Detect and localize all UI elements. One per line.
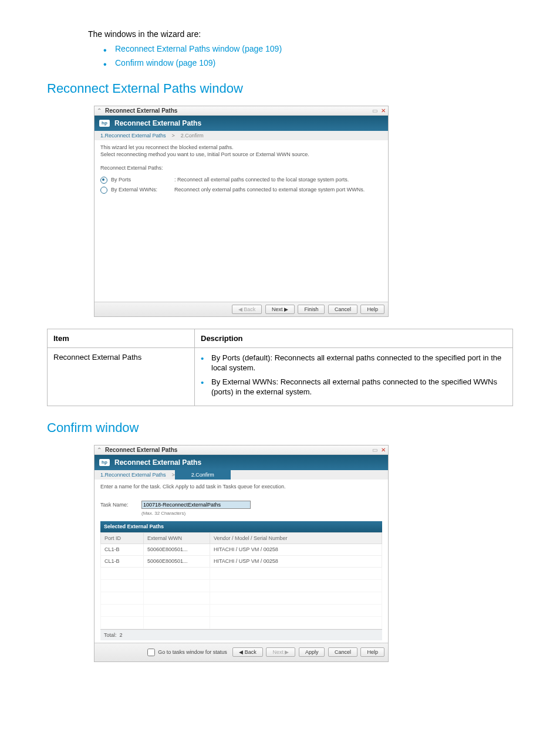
hp-logo-icon: hp [99, 459, 110, 466]
wizard-reconnect: ⌃ Reconnect External Paths ▭ ✕ hp Reconn… [94, 106, 389, 317]
heading-reconnect-window: Reconnect External Paths window [47, 81, 513, 96]
wizard-empty-space [95, 231, 388, 302]
cell: CL1-B [101, 544, 144, 556]
back-button: ◀ Back [232, 305, 262, 314]
col-external-wwn: External WWN [144, 532, 210, 544]
step-2[interactable]: 2.Confirm [175, 131, 210, 140]
wizard-instruction: Enter a name for the task. Click Apply t… [95, 480, 388, 497]
item-description-table: Item Description Reconnect External Path… [47, 329, 513, 406]
instruction-line-2: Select reconnecting method you want to u… [100, 151, 382, 158]
instruction-line-1: This wizard let you reconnect the blocke… [100, 144, 382, 151]
wizard-header-title: Reconnect External Paths [114, 119, 201, 127]
cell: CL1-B [101, 555, 144, 567]
total-label: Total: [104, 632, 117, 638]
cell-item: Reconnect External Paths [48, 347, 195, 406]
task-name-label: Task Name: [100, 501, 141, 509]
col-description: Description [195, 329, 513, 347]
collapse-icon[interactable]: ⌃ [97, 107, 102, 114]
total-value: 2 [120, 632, 123, 638]
col-vendor-model-serial: Vendor / Model / Serial Number [210, 532, 382, 544]
wizard-breadcrumb: 1.Reconnect External Paths > 2.Confirm [95, 131, 388, 140]
checkbox-icon[interactable] [147, 649, 155, 656]
radio-label: By Ports [111, 176, 174, 184]
task-name-input[interactable] [141, 501, 251, 509]
task-name-area: Task Name: (Max. 32 Characters) Selected… [95, 501, 388, 643]
go-to-tasks-checkbox[interactable]: Go to tasks window for status [145, 646, 230, 659]
desc-by-ports: By Ports (default): Reconnects all exter… [201, 353, 507, 373]
cell: HITACHI / USP VM / 00258 [210, 544, 382, 556]
step-2-active[interactable]: 2.Confirm [175, 470, 231, 480]
step-1[interactable]: 1.Reconnect External Paths [95, 131, 172, 140]
radio-label: By External WWNs: [111, 186, 174, 194]
intro-text: The windows in the wizard are: [88, 29, 513, 39]
cell: 50060E800501... [144, 544, 210, 556]
wizard-titlebar[interactable]: ⌃ Reconnect External Paths ▭ ✕ [95, 106, 388, 116]
finish-button[interactable]: Finish [298, 305, 325, 314]
heading-confirm-window: Confirm window [47, 420, 513, 436]
cell: 50060E800501... [144, 555, 210, 567]
close-icon[interactable]: ✕ [381, 447, 386, 453]
table-row[interactable]: CL1-B 50060E800501... HITACHI / USP VM /… [101, 555, 382, 567]
cancel-button[interactable]: Cancel [328, 647, 357, 657]
option-group-label: Reconnect External Paths: [100, 164, 382, 172]
table-total: Total: 2 [100, 629, 382, 641]
next-button[interactable]: Next ▶ [265, 305, 295, 314]
radio-by-wwns[interactable]: By External WWNs: Reconnect only externa… [100, 186, 382, 194]
restore-icon[interactable]: ▭ [372, 447, 377, 453]
wizard-titlebar[interactable]: ⌃ Reconnect External Paths ▭ ✕ [95, 445, 388, 455]
link-confirm-window[interactable]: Confirm window (page 109) [115, 58, 215, 67]
radio-description: : Reconnect all external paths connected… [174, 176, 382, 184]
wizard-breadcrumb: 1.Reconnect External Paths > 2.Confirm [95, 470, 388, 480]
wizard-instructions: This wizard let you reconnect the blocke… [95, 140, 388, 161]
checkbox-label: Go to tasks window for status [158, 649, 227, 655]
help-button[interactable]: Help [360, 647, 384, 657]
step-1[interactable]: 1.Reconnect External Paths [95, 470, 172, 480]
desc-by-wwns: By External WWNs: Reconnects all externa… [201, 377, 507, 397]
wizard-confirm: ⌃ Reconnect External Paths ▭ ✕ hp Reconn… [94, 445, 389, 662]
wizard-header-bar: hp Reconnect External Paths [95, 455, 388, 470]
restore-icon[interactable]: ▭ [372, 107, 377, 114]
col-port-id: Port ID [101, 532, 144, 544]
radio-description: Reconnect only external paths connected … [174, 186, 382, 194]
radio-icon[interactable] [100, 177, 107, 184]
selected-paths-header: Selected External Paths [100, 521, 382, 532]
wizard-footer: Go to tasks window for status ◀ Back Nex… [95, 643, 388, 661]
cell-description: By Ports (default): Reconnects all exter… [195, 347, 513, 406]
close-icon[interactable]: ✕ [381, 107, 386, 114]
link-reconnect-window[interactable]: Reconnect External Paths window (page 10… [115, 44, 282, 53]
selected-paths-table: Port ID External WWN Vendor / Model / Se… [100, 532, 382, 629]
help-button[interactable]: Help [360, 305, 384, 314]
radio-icon[interactable] [100, 187, 107, 194]
wizard-footer: ◀ Back Next ▶ Finish Cancel Help [95, 302, 388, 316]
collapse-icon[interactable]: ⌃ [97, 447, 102, 453]
cancel-button[interactable]: Cancel [328, 305, 357, 314]
back-button[interactable]: ◀ Back [232, 647, 263, 657]
col-item: Item [48, 329, 195, 347]
apply-button[interactable]: Apply [299, 647, 325, 657]
window-title: Reconnect External Paths [105, 447, 369, 453]
hp-logo-icon: hp [99, 120, 110, 127]
wizard-options: Reconnect External Paths: By Ports : Rec… [95, 161, 388, 231]
table-row[interactable]: CL1-B 50060E800501... HITACHI / USP VM /… [101, 544, 382, 556]
task-name-note: (Max. 32 Characters) [141, 510, 382, 517]
next-button: Next ▶ [266, 647, 295, 657]
intro-link-list: Reconnect External Paths window (page 10… [100, 42, 513, 70]
cell: HITACHI / USP VM / 00258 [210, 555, 382, 567]
wizard-header-bar: hp Reconnect External Paths [95, 116, 388, 131]
wizard-header-title: Reconnect External Paths [114, 458, 201, 467]
radio-by-ports[interactable]: By Ports : Reconnect all external paths … [100, 176, 382, 184]
window-title: Reconnect External Paths [105, 107, 369, 114]
